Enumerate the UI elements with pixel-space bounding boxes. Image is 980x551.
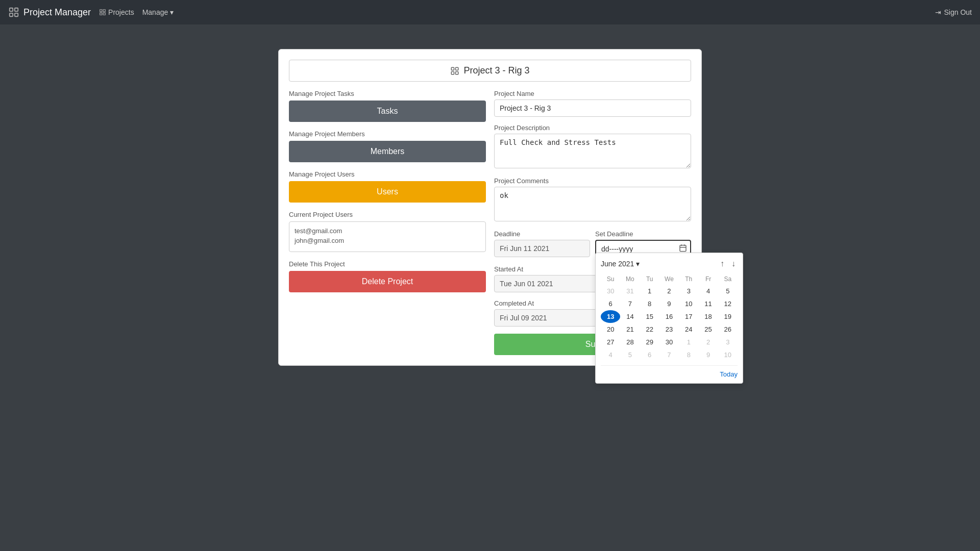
svg-rect-7 [456,71,458,74]
calendar-day[interactable]: 21 [620,323,640,336]
calendar-day[interactable]: 9 [659,297,679,310]
calendar-day[interactable]: 4 [601,348,620,361]
calendar-day[interactable]: 4 [698,285,718,297]
calendar-day[interactable]: 17 [679,310,698,323]
calendar-footer: Today [601,365,738,378]
current-users-label: Current Project Users [289,211,486,218]
deadline-value: Fri Jun 11 2021 [494,240,590,257]
project-comments-textarea[interactable]: ok [494,187,691,221]
calendar-month-dropdown-icon[interactable]: ▾ [636,260,640,268]
calendar-day[interactable]: 30 [601,285,620,297]
signout-icon: ⇥ [935,8,941,16]
calendar-day[interactable]: 16 [659,310,679,323]
deadline-right: Set Deadline [595,230,691,258]
calendar-day[interactable]: 1 [679,336,698,348]
user-list: test@gmail.com john@gmail.com [289,221,486,252]
delete-section-label: Delete This Project [289,260,486,268]
calendar-day[interactable]: 8 [679,348,698,361]
calendar-day[interactable]: 15 [640,310,659,323]
svg-rect-2 [10,13,13,16]
calendar-day[interactable]: 13 [601,310,620,323]
calendar-day[interactable]: 22 [640,323,659,336]
calendar-day[interactable]: 28 [620,336,640,348]
calendar-next-button[interactable]: ↓ [729,258,738,269]
delete-project-button[interactable]: Delete Project [289,271,486,292]
calendar-day[interactable]: 11 [698,297,718,310]
svg-rect-6 [452,71,454,74]
project-desc-label: Project Description [494,124,691,132]
tasks-button[interactable]: Tasks [289,101,486,122]
set-deadline-label: Set Deadline [595,230,691,238]
svg-rect-0 [10,8,13,11]
svg-rect-5 [456,67,458,70]
svg-rect-1 [15,8,18,11]
cal-day-we: We [659,273,679,285]
calendar-header: June 2021 ▾ ↑ ↓ [601,258,738,269]
calendar-day[interactable]: 10 [718,348,738,361]
manage-link-label: Manage [142,8,168,16]
calendar-day[interactable]: 25 [698,323,718,336]
calendar-day[interactable]: 7 [620,297,640,310]
cal-day-su: Su [601,273,620,285]
brand-label: Project Manager [23,7,91,18]
calendar-day[interactable]: 19 [718,310,738,323]
manage-link[interactable]: Manage ▾ [142,8,174,16]
cal-day-tu: Tu [640,273,659,285]
calendar-day[interactable]: 10 [679,297,698,310]
projects-link-label: Projects [108,8,134,16]
modal-title-icon [450,66,459,76]
signout-button[interactable]: ⇥ Sign Out [935,8,972,16]
calendar-day[interactable]: 31 [620,285,640,297]
calendar-day[interactable]: 30 [659,336,679,348]
calendar-day[interactable]: 12 [718,297,738,310]
project-name-group: Project Name [494,90,691,117]
project-desc-textarea[interactable]: Full Check and Stress Tests [494,134,691,168]
calendar-day[interactable]: 20 [601,323,620,336]
projects-icon [99,9,106,16]
members-button[interactable]: Members [289,141,486,162]
deadline-label: Deadline [494,230,590,238]
project-comments-label: Project Comments [494,177,691,185]
calendar-prev-button[interactable]: ↑ [718,258,726,269]
cal-day-mo: Mo [620,273,640,285]
modal-wrapper: Project 3 - Rig 3 Manage Project Tasks T… [0,24,980,366]
modal-title-bar: Project 3 - Rig 3 [289,60,691,82]
calendar-day[interactable]: 2 [698,336,718,348]
cal-day-fr: Fr [698,273,718,285]
calendar-day[interactable]: 2 [659,285,679,297]
left-column: Manage Project Tasks Tasks Manage Projec… [289,90,486,355]
calendar-day[interactable]: 6 [640,348,659,361]
signout-label: Sign Out [944,8,972,16]
modal-body: Manage Project Tasks Tasks Manage Projec… [289,90,691,355]
calendar-day[interactable]: 23 [659,323,679,336]
calendar-day[interactable]: 9 [698,348,718,361]
calendar-day[interactable]: 3 [718,336,738,348]
calendar-day[interactable]: 3 [679,285,698,297]
calendar-day[interactable]: 5 [718,285,738,297]
projects-link[interactable]: Projects [99,8,134,16]
calendar-month-label: June 2021 ▾ [601,260,640,268]
calendar-day[interactable]: 18 [698,310,718,323]
cal-day-sa: Sa [718,273,738,285]
svg-rect-3 [15,13,18,16]
calendar-day[interactable]: 6 [601,297,620,310]
calendar-day[interactable]: 14 [620,310,640,323]
calendar-day[interactable]: 7 [659,348,679,361]
calendar-day[interactable]: 5 [620,348,640,361]
calendar-day[interactable]: 29 [640,336,659,348]
calendar-day[interactable]: 27 [601,336,620,348]
project-modal: Project 3 - Rig 3 Manage Project Tasks T… [278,49,702,366]
calendar-day[interactable]: 1 [640,285,659,297]
calendar-day[interactable]: 8 [640,297,659,310]
calendar-today-button[interactable]: Today [720,370,738,378]
calendar-day[interactable]: 24 [679,323,698,336]
svg-rect-4 [452,67,454,70]
user-item: test@gmail.com [295,226,480,236]
navbar-left: Project Manager Projects Manage ▾ [8,7,174,18]
navbar-brand: Project Manager [8,7,91,18]
project-name-input[interactable] [494,99,691,117]
cal-day-th: Th [679,273,698,285]
calendar-day[interactable]: 26 [718,323,738,336]
modal-title-text: Project 3 - Rig 3 [463,65,529,76]
users-button[interactable]: Users [289,181,486,203]
